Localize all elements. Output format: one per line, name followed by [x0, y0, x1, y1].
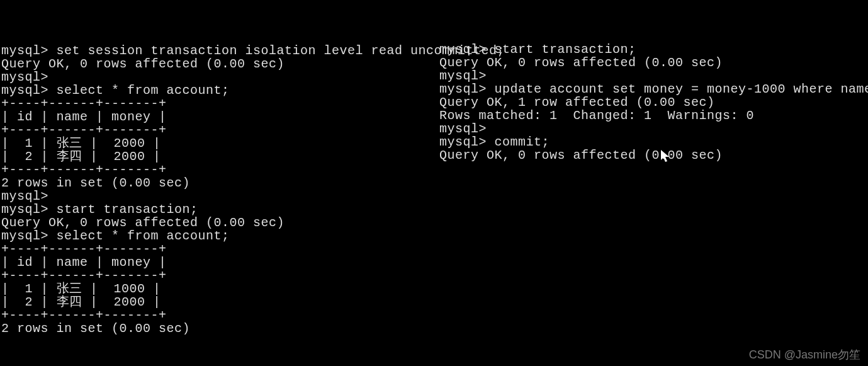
- terminal-line: Query OK, 0 rows affected (0.00 sec): [439, 149, 867, 162]
- terminal-line: 2 rows in set (0.00 sec): [1, 176, 429, 190]
- terminal-line: 2 rows in set (0.00 sec): [1, 322, 429, 335]
- terminal-line: mysql> update account set money = money-…: [439, 83, 867, 96]
- terminal-line: +----+------+-------+: [1, 309, 429, 322]
- terminal-line: +----+------+-------+: [1, 123, 429, 137]
- terminal-line: | 2 | 李四 | 2000 |: [1, 295, 429, 309]
- terminal-line: mysql> select * from account;: [1, 229, 429, 243]
- terminal-line: mysql>: [439, 69, 867, 83]
- terminal-line: mysql>: [1, 71, 429, 84]
- terminal-line: +----+------+-------+: [1, 97, 429, 110]
- terminal-line: Query OK, 0 rows affected (0.00 sec): [1, 57, 429, 71]
- terminal-line: +----+------+-------+: [1, 269, 429, 282]
- terminal-line: +----+------+-------+: [1, 163, 429, 176]
- terminal-line: mysql> start transaction;: [439, 43, 867, 56]
- terminal-line: | id | name | money |: [1, 256, 429, 269]
- terminal-line: mysql> select * from account;: [1, 84, 429, 97]
- terminal-line: Query OK, 1 row affected (0.00 sec): [439, 96, 867, 109]
- terminal-line: | 2 | 李四 | 2000 |: [1, 150, 429, 163]
- terminal-line: | 1 | 张三 | 2000 |: [1, 137, 429, 150]
- terminal-line: Rows matched: 1 Changed: 1 Warnings: 0: [439, 109, 867, 122]
- terminal-line: | 1 | 张三 | 1000 |: [1, 282, 429, 295]
- terminal-right-pane[interactable]: mysql> start transaction; Query OK, 0 ro…: [439, 43, 867, 162]
- terminal-line: mysql> commit;: [439, 135, 867, 149]
- terminal-line: | id | name | money |: [1, 110, 429, 123]
- terminal-left-pane[interactable]: mysql> set session transaction isolation…: [1, 44, 429, 335]
- terminal-line: Query OK, 0 rows affected (0.00 sec): [439, 56, 867, 69]
- watermark-text: CSDN @Jasmine勿笙: [749, 347, 860, 362]
- terminal-line: Query OK, 0 rows affected (0.00 sec): [1, 216, 429, 229]
- mouse-cursor-icon: [661, 150, 670, 166]
- terminal-line: mysql> start transaction;: [1, 203, 429, 216]
- terminal-line: mysql>: [1, 190, 429, 203]
- terminal-line: +----+------+-------+: [1, 243, 429, 256]
- terminal-line: mysql> set session transaction isolation…: [1, 44, 429, 57]
- terminal-line: mysql>: [439, 122, 867, 135]
